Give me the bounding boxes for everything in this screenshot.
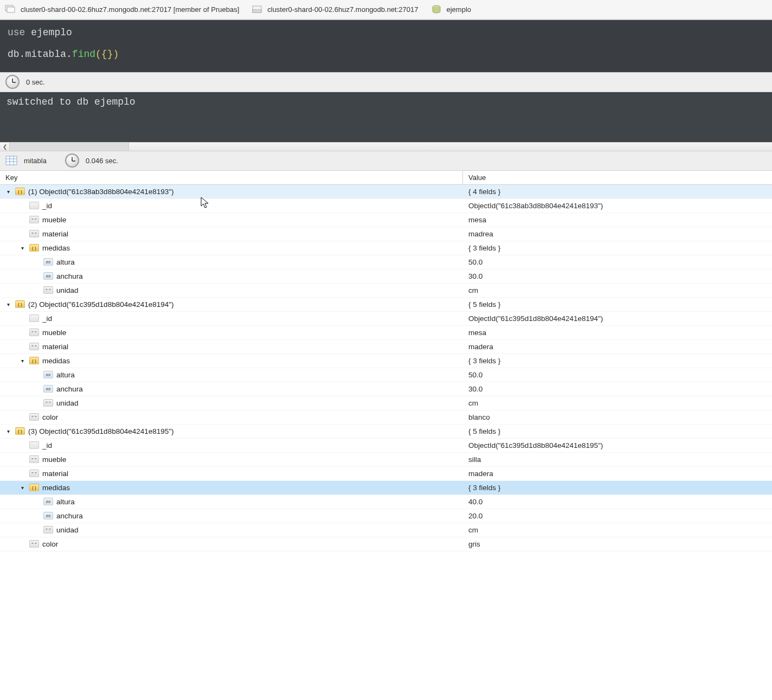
value-label: ObjectId("61c395d1d8b804e4241e8194") [463,314,772,323]
tree-row[interactable]: ▾{ }(1) ObjectId("61c38ab3d8b804e4241e81… [0,185,772,199]
key-label: color [42,540,58,548]
tree-row[interactable]: ##altura50.0 [0,368,772,382]
key-label: material [42,230,68,238]
execution-time-bar: 0 sec. [0,73,772,92]
keyword-use: use [8,27,25,38]
str-type-icon: " " [29,216,39,223]
tree-row[interactable]: " "colorblanco [0,410,772,425]
scroll-left-icon[interactable]: ❮ [0,143,10,151]
value-label: mesa [463,216,772,224]
execution-time-label: 0 sec. [26,78,45,86]
value-label: blanco [463,413,772,421]
value-label: ObjectId("61c38ab3d8b804e4241e8193") [463,202,772,210]
value-label: 30.0 [463,272,772,280]
num-type-icon: ## [43,512,53,519]
tree-row[interactable]: " "unidadcm [0,396,772,410]
result-tree[interactable]: ▾{ }(1) ObjectId("61c38ab3d8b804e4241e81… [0,185,772,551]
tree-row[interactable]: " "mueblemesa [0,326,772,340]
expand-toggle-icon[interactable]: ▾ [4,428,12,434]
tree-row[interactable]: ##anchura30.0 [0,382,772,396]
connection-label: cluster0-shard-00-02.6huz7.mongodb.net:2… [267,5,418,14]
value-label: gris [463,540,772,548]
str-type-icon: " " [29,230,39,237]
tree-row[interactable]: " "colorgris [0,537,772,551]
tree-row[interactable]: " "unidadcm [0,523,772,537]
str-type-icon: " " [43,526,53,534]
value-label: madera [463,470,772,478]
expand-toggle-icon[interactable]: ▾ [18,358,26,364]
expand-toggle-icon[interactable]: ▾ [4,301,12,307]
scroll-thumb[interactable] [10,143,129,151]
str-type-icon: " " [43,399,53,407]
code-line: db.mitabla.find({}) [8,47,764,62]
oid-type-icon [29,441,39,449]
tree-row[interactable]: " "materialmadera [0,467,772,481]
header-key[interactable]: Key [0,171,463,184]
key-label: (3) ObjectId("61c395d1d8b804e4241e8195") [28,427,174,435]
key-label: material [42,343,68,351]
key-label: altura [56,371,75,379]
tree-row[interactable]: " "materialmadera [0,340,772,354]
key-label: _id [42,314,52,323]
value-label: { 3 fields } [463,244,772,252]
value-label: { 3 fields } [463,357,772,365]
tree-row[interactable]: " "materialmadrea [0,227,772,241]
collection-name: mitabla [24,157,47,165]
num-type-icon: ## [43,258,53,266]
value-label: ObjectId("61c395d1d8b804e4241e8195") [463,441,772,449]
horizontal-scrollbar[interactable]: ❮ [0,142,772,151]
num-type-icon: ## [43,385,53,393]
obj-type-icon: { } [15,300,25,308]
tree-row[interactable]: ##anchura20.0 [0,509,772,523]
connection-bar: cluster0-shard-00-02.6huz7.mongodb.net:2… [0,0,772,20]
paren-close: ) [113,49,119,60]
key-label: _id [42,441,52,449]
key-label: mueble [42,329,66,337]
value-label: cm [463,399,772,407]
expand-toggle-icon[interactable]: ▾ [4,189,12,195]
value-label: { 3 fields } [463,484,772,492]
svg-rect-3 [253,10,261,12]
tree-row[interactable]: _idObjectId("61c395d1d8b804e4241e8194") [0,312,772,326]
table-icon [5,156,17,165]
str-type-icon: " " [29,470,39,477]
current-database[interactable]: ejemplo [430,5,472,15]
console-line: switched to db ejemplo [7,97,136,107]
tree-row[interactable]: " "mueblemesa [0,213,772,227]
key-label: altura [56,498,75,506]
tree-row[interactable]: ▾{ }(3) ObjectId("61c395d1d8b804e4241e81… [0,425,772,439]
database-icon [430,5,442,15]
value-label: madera [463,343,772,351]
connection-item-primary[interactable]: cluster0-shard-00-02.6huz7.mongodb.net:2… [4,5,239,15]
tree-row[interactable]: ▾{ }medidas{ 3 fields } [0,241,772,255]
tree-row[interactable]: _idObjectId("61c395d1d8b804e4241e8195") [0,439,772,453]
num-type-icon: ## [43,272,53,280]
expand-toggle-icon[interactable]: ▾ [18,485,26,491]
tree-row[interactable]: ▾{ }medidas{ 3 fields } [0,481,772,495]
tree-row[interactable]: _idObjectId("61c38ab3d8b804e4241e8193") [0,199,772,213]
database-label: ejemplo [447,5,472,14]
tree-row[interactable]: ▾{ }medidas{ 3 fields } [0,354,772,368]
query-editor[interactable]: use ejemplo db.mitabla.find({}) [0,20,772,73]
value-label: { 5 fields } [463,427,772,435]
expand-toggle-icon[interactable]: ▾ [18,245,26,251]
key-label: color [42,413,58,421]
code-line: use ejemplo [8,25,764,41]
key-label: unidad [56,526,79,534]
tree-row[interactable]: " "unidadcm [0,284,772,298]
key-label: mueble [42,455,66,464]
clock-icon [65,153,79,168]
tree-row[interactable]: " "mueblesilla [0,453,772,467]
tree-row[interactable]: ##altura50.0 [0,255,772,269]
str-type-icon: " " [29,343,39,350]
value-label: 40.0 [463,498,772,506]
obj-type-icon: { } [15,427,25,435]
tree-row[interactable]: ▾{ }(2) ObjectId("61c395d1d8b804e4241e81… [0,298,772,312]
header-value[interactable]: Value [463,174,772,182]
tree-row[interactable]: ##altura40.0 [0,495,772,509]
str-type-icon: " " [29,455,39,463]
tree-row[interactable]: ##anchura30.0 [0,269,772,284]
db-name: ejemplo [31,27,72,38]
obj-type-icon: { } [29,357,39,364]
connection-item-secondary[interactable]: cluster0-shard-00-02.6huz7.mongodb.net:2… [251,5,418,15]
